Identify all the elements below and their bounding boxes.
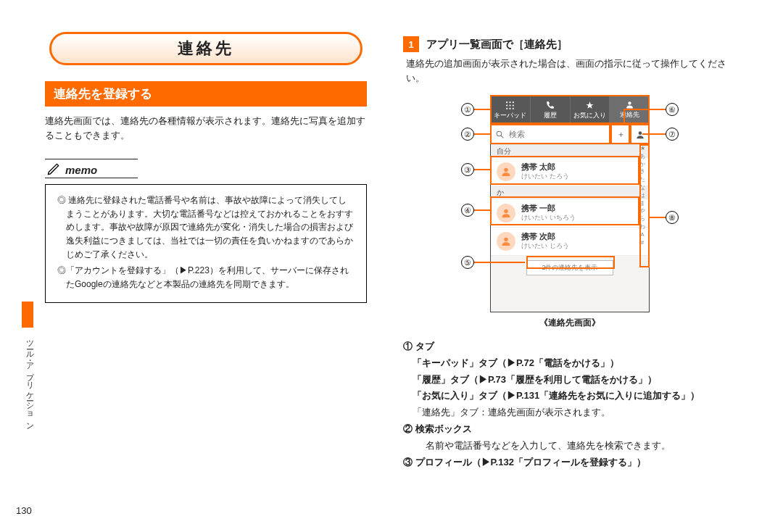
desc-head: ① タブ [403, 339, 737, 354]
group-header: 自分 [491, 145, 649, 158]
memo-item: ◎「アカウントを登録する」（▶P.223）を利用して、サーバーに保存されたGoo… [57, 264, 355, 291]
left-column: 連絡先 連絡先を登録する 連絡先画面では、連絡先の各種情報が表示されます。連絡先… [45, 32, 367, 303]
side-section-label: ツール・アプリケーション [25, 335, 35, 428]
tab-label: 連絡先 [620, 110, 639, 120]
contact-row-profile[interactable]: 携帯 太郎 けいたい たろう [491, 158, 649, 186]
callout-line [650, 217, 666, 218]
contact-kana: けいたい じろう [521, 241, 569, 251]
tab-label: 履歴 [544, 111, 557, 120]
group-header: か [491, 186, 649, 199]
svg-point-1 [510, 101, 511, 103]
manual-page: ツール・アプリケーション 130 連絡先 連絡先を登録する 連絡先画面では、連絡… [0, 0, 783, 532]
desc-head: ③ プロフィール（▶P.132「プロフィールを登録する」） [403, 455, 737, 470]
memo-item: ◎ 連絡先に登録された電話番号や名前は、事故や故障によって消失してしまうことがあ… [57, 194, 355, 261]
step-title: アプリ一覧画面で［連絡先］ [426, 38, 568, 51]
person-icon [625, 100, 634, 109]
phone-tabs: キーパッド 履歴 お気に入り 連絡先 [491, 96, 649, 125]
show-more-contacts[interactable]: 2件の連絡先を表示 [526, 260, 613, 275]
contact-kana: けいたい いちろう [521, 213, 576, 223]
star-icon [585, 101, 594, 110]
callout-descriptions: ① タブ 「キーパッド」タブ（▶P.72「電話をかける」） 「履歴」タブ（▶P.… [403, 339, 737, 470]
index-scroller[interactable]: ★あかさたなはまやらわA# [637, 145, 647, 246]
desc-line: 「履歴」タブ（▶P.73「履歴を利用して電話をかける」） [413, 374, 657, 385]
callout-marker: ③ [461, 163, 474, 176]
svg-point-0 [506, 101, 508, 103]
callout-marker: ⑥ [666, 103, 679, 116]
callout-line [474, 169, 490, 170]
step-number: 1 [403, 36, 419, 52]
tab-favorites[interactable]: お気に入り [571, 96, 610, 125]
chapter-title: 連絡先 [49, 32, 362, 65]
figure-wrap: キーパッド 履歴 お気に入り 連絡先 [457, 95, 683, 312]
side-orange-tab [22, 302, 33, 328]
callout-marker: ① [461, 103, 474, 116]
callout-line [624, 109, 625, 125]
tab-label: お気に入り [573, 111, 606, 120]
step-note: 連絡先の追加画面が表示された場合は、画面の指示に従って操作してください。 [406, 57, 737, 85]
tab-label: キーパッド [494, 111, 526, 120]
contact-row[interactable]: 携帯 一郎 けいたい いちろう [491, 199, 649, 228]
callout-line [474, 262, 525, 263]
svg-point-8 [513, 107, 514, 109]
svg-point-6 [506, 107, 508, 109]
section-lead: 連絡先画面では、連絡先の各種情報が表示されます。連絡先に写真を追加することもでき… [45, 114, 367, 143]
callout-marker: ⑦ [666, 128, 679, 141]
avatar [497, 204, 515, 223]
svg-point-7 [510, 107, 511, 109]
avatar [497, 162, 515, 181]
contact-row[interactable]: 携帯 次郎 けいたい じろう [491, 228, 649, 256]
tab-keypad[interactable]: キーパッド [491, 96, 531, 125]
callout-marker: ⑧ [666, 211, 679, 224]
search-icon [495, 130, 505, 139]
search-row: 検索 ＋ [491, 125, 649, 145]
memo-box: ◎ 連絡先に登録された電話番号や名前は、事故や故障によって消失してしまうことがあ… [45, 184, 367, 303]
search-placeholder: 検索 [509, 129, 525, 140]
phone-icon [545, 101, 555, 110]
svg-point-2 [513, 101, 514, 103]
search-input[interactable]: 検索 [491, 129, 611, 140]
desc-head: ② 検索ボックス [403, 422, 737, 437]
desc-line: 「お気に入り」タブ（▶P.131「連絡先をお気に入りに追加する」） [413, 390, 700, 401]
svg-line-10 [501, 136, 503, 138]
phone-mockup: キーパッド 履歴 お気に入り 連絡先 [490, 95, 650, 312]
svg-point-5 [513, 104, 514, 106]
desc-line: 「キーパッド」タブ（▶P.72「電話をかける」） [413, 357, 619, 368]
callout-line [624, 109, 666, 110]
step-heading: 1 アプリ一覧画面で［連絡先］ [403, 36, 737, 52]
memo-label: memo [65, 164, 97, 176]
callout-line [642, 133, 666, 135]
callout-marker: ② [461, 128, 474, 141]
avatar [497, 232, 515, 251]
desc-line: 「連絡先」タブ：連絡先画面が表示されます。 [413, 407, 610, 417]
page-number: 130 [16, 505, 32, 516]
pencil-icon [46, 162, 61, 176]
keypad-icon [505, 101, 515, 110]
memo-heading: memo [45, 159, 138, 178]
contact-name: 携帯 次郎 [521, 232, 569, 241]
figure-caption: 《連絡先画面》 [403, 317, 737, 329]
callout-marker: ④ [461, 204, 474, 217]
callout-marker: ⑤ [461, 256, 474, 269]
add-contact-button[interactable]: ＋ [611, 125, 630, 144]
right-column: 1 アプリ一覧画面で［連絡先］ 連絡先の追加画面が表示された場合は、画面の指示に… [403, 36, 737, 471]
contact-kana: けいたい たろう [521, 172, 569, 181]
contact-name: 携帯 太郎 [521, 162, 569, 171]
section-heading: 連絡先を登録する [45, 81, 367, 107]
svg-point-9 [497, 131, 502, 136]
tab-history[interactable]: 履歴 [531, 96, 571, 125]
desc-line: 名前や電話番号などを入力して、連絡先を検索できます。 [403, 439, 737, 454]
svg-point-4 [510, 104, 511, 106]
callout-line [474, 109, 490, 110]
contact-name: 携帯 一郎 [521, 204, 576, 212]
svg-point-3 [506, 104, 508, 106]
tab-contacts[interactable]: 連絡先 [610, 96, 649, 125]
callout-line [474, 209, 490, 211]
callout-line [474, 133, 490, 135]
